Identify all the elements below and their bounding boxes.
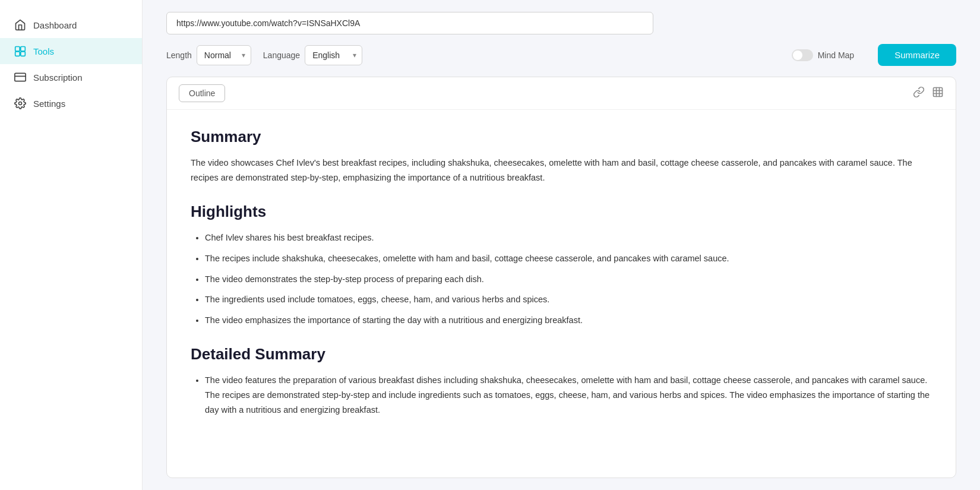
svg-rect-3 bbox=[21, 52, 26, 56]
svg-point-6 bbox=[19, 102, 22, 105]
length-select[interactable]: Normal Short Long bbox=[197, 45, 251, 65]
link-icon[interactable] bbox=[913, 86, 925, 101]
sidebar-item-dashboard[interactable]: Dashboard bbox=[0, 12, 142, 38]
tools-icon bbox=[14, 45, 26, 57]
svg-rect-7 bbox=[934, 87, 943, 96]
list-item: The video features the preparation of va… bbox=[205, 373, 932, 417]
sidebar-item-label-dashboard: Dashboard bbox=[33, 20, 77, 30]
highlights-title: Highlights bbox=[191, 203, 932, 221]
length-label: Length bbox=[166, 50, 192, 60]
svg-rect-2 bbox=[15, 52, 20, 56]
language-select-wrapper: English Spanish French German ▾ bbox=[305, 45, 362, 65]
panel-body: Summary The video showcases Chef Ivlev's… bbox=[167, 110, 956, 478]
language-label: Language bbox=[263, 50, 300, 60]
sidebar-item-label-settings: Settings bbox=[33, 99, 65, 109]
mind-map-label: Mind Map bbox=[818, 50, 854, 60]
summary-text: The video showcases Chef Ivlev's best br… bbox=[191, 156, 932, 185]
length-select-wrapper: Normal Short Long ▾ bbox=[197, 45, 251, 65]
length-control: Length Normal Short Long ▾ bbox=[166, 45, 251, 65]
main-area: Length Normal Short Long ▾ Language Engl… bbox=[143, 0, 980, 490]
highlights-list: Chef Ivlev shares his best breakfast rec… bbox=[191, 230, 932, 327]
sidebar-item-label-tools: Tools bbox=[33, 46, 54, 56]
detailed-summary-title: Detailed Summary bbox=[191, 345, 932, 363]
url-row bbox=[166, 12, 956, 34]
table-icon[interactable] bbox=[932, 86, 944, 101]
list-item: The recipes include shakshuka, cheesecak… bbox=[205, 251, 932, 266]
mind-map-toggle[interactable]: Mind Map bbox=[792, 49, 854, 61]
language-select[interactable]: English Spanish French German bbox=[305, 45, 362, 65]
sidebar: Dashboard Tools Subscription bbox=[0, 0, 143, 490]
language-control: Language English Spanish French German ▾ bbox=[263, 45, 362, 65]
detailed-list: The video features the preparation of va… bbox=[191, 373, 932, 417]
list-item: The ingredients used include tomatoes, e… bbox=[205, 292, 932, 307]
svg-rect-0 bbox=[15, 47, 20, 52]
list-item: The video emphasizes the importance of s… bbox=[205, 313, 932, 328]
subscription-icon bbox=[14, 71, 26, 83]
list-item: Chef Ivlev shares his best breakfast rec… bbox=[205, 230, 932, 245]
sidebar-item-settings[interactable]: Settings bbox=[0, 90, 142, 116]
sidebar-item-subscription[interactable]: Subscription bbox=[0, 64, 142, 90]
svg-rect-4 bbox=[15, 73, 26, 81]
content-panel: Outline bbox=[166, 77, 956, 478]
controls-row: Length Normal Short Long ▾ Language Engl… bbox=[166, 44, 956, 66]
settings-icon bbox=[14, 97, 26, 109]
sidebar-item-tools[interactable]: Tools bbox=[0, 38, 142, 64]
outline-tab[interactable]: Outline bbox=[179, 84, 225, 102]
svg-rect-1 bbox=[21, 47, 26, 52]
panel-header: Outline bbox=[167, 77, 956, 110]
summarize-button[interactable]: Summarize bbox=[878, 44, 956, 66]
summary-title: Summary bbox=[191, 128, 932, 146]
list-item: The video demonstrates the step-by-step … bbox=[205, 272, 932, 287]
url-input[interactable] bbox=[166, 12, 653, 34]
mind-map-switch[interactable] bbox=[792, 49, 813, 61]
home-icon bbox=[14, 19, 26, 31]
sidebar-item-label-subscription: Subscription bbox=[33, 72, 83, 83]
panel-actions bbox=[913, 86, 944, 101]
